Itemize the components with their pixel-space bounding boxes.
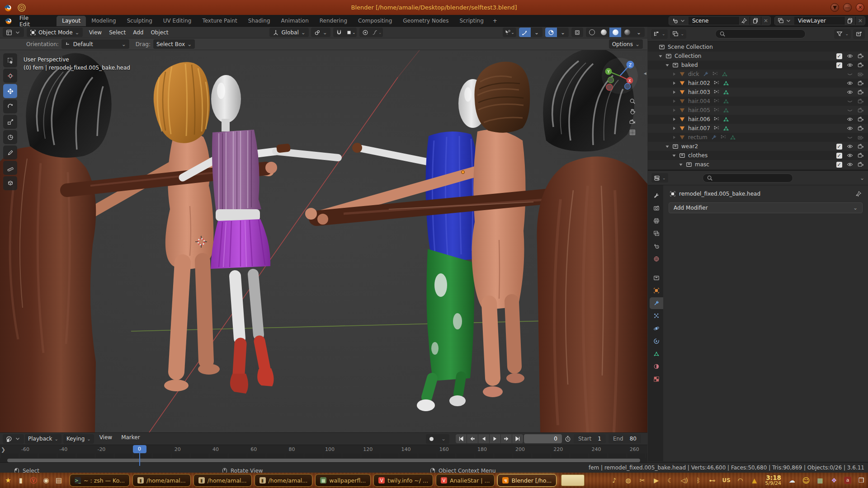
hide-viewport-toggle[interactable] [845, 98, 854, 104]
tool-measure[interactable] [3, 161, 17, 175]
properties-options-icon[interactable]: ⌄ [860, 175, 864, 181]
mode-dropdown[interactable]: Object Mode ⌄ [27, 28, 83, 37]
current-frame-field[interactable]: 0 [524, 434, 562, 443]
tray-keyboard-us-icon[interactable]: US [722, 477, 731, 483]
launcher-vivaldi-icon[interactable]: Ⓥ [28, 475, 39, 486]
properties-tab-view-layer[interactable] [650, 228, 663, 239]
tool-move[interactable] [3, 84, 17, 98]
timeline-editor-type-button[interactable] [3, 434, 24, 444]
transform-orientation-dropdown[interactable]: Global⌄ [269, 28, 308, 37]
object-visibility-dropdown[interactable]: ⌄ [503, 28, 516, 37]
collapse-icon[interactable] [671, 125, 677, 132]
taskbar-window-vivaldi[interactable]: Vtwily.info ~/ ... [373, 474, 433, 487]
collapse-icon[interactable] [671, 71, 677, 78]
shade-button[interactable]: ▼ [830, 3, 839, 12]
expand-icon[interactable] [657, 53, 664, 60]
collapse-icon[interactable] [671, 116, 677, 123]
outliner-row[interactable]: hair.004 [648, 97, 868, 106]
outliner-row[interactable]: masc✓ [648, 160, 868, 169]
hide-viewport-toggle[interactable] [845, 134, 854, 141]
collapse-icon[interactable] [671, 98, 677, 105]
hide-viewport-toggle[interactable] [845, 161, 854, 168]
tool-add-cube[interactable] [3, 176, 17, 190]
collection-checkbox[interactable]: ✓ [835, 153, 844, 159]
tray-scissors-icon[interactable]: ✂ [638, 477, 646, 484]
ortho-grid-icon[interactable] [629, 129, 636, 136]
tab-animation[interactable]: Animation [276, 16, 314, 26]
disable-render-toggle[interactable] [856, 53, 865, 59]
properties-tab-output[interactable] [650, 215, 663, 227]
properties-tab-collection[interactable] [650, 272, 663, 284]
timeline-ruler[interactable]: -60-40-202040608010012014016018020022024… [0, 445, 647, 454]
properties-tab-tool[interactable] [650, 190, 663, 202]
new-view-layer-icon[interactable] [844, 17, 855, 25]
taskbar-window-terminal[interactable]: >_~ : zsh — Ko... [70, 474, 130, 487]
shading-wireframe-toggle[interactable] [586, 28, 598, 37]
properties-tab-texture[interactable] [650, 373, 663, 385]
outliner-row[interactable]: Scene Collection [648, 42, 868, 52]
disable-render-toggle[interactable] [856, 107, 865, 113]
properties-tab-material[interactable] [650, 361, 663, 372]
shading-solid-toggle[interactable] [598, 28, 609, 37]
expand-icon[interactable] [678, 161, 684, 168]
editor-type-button[interactable] [3, 28, 24, 37]
taskbar-window-vivaldi[interactable]: VAnalieStar | ... [436, 474, 495, 487]
tool-annotate[interactable] [3, 145, 17, 160]
tray-headset-icon[interactable]: ◍ [624, 477, 632, 484]
timeline-track[interactable] [0, 454, 647, 458]
properties-tab-modifiers[interactable] [650, 297, 663, 309]
tray-calculator-icon[interactable]: ▦ [816, 477, 824, 484]
properties-tab-physics[interactable] [650, 323, 663, 334]
disable-render-toggle[interactable] [856, 71, 865, 77]
hide-viewport-toggle[interactable] [845, 152, 854, 159]
outliner-row[interactable]: wear2✓ [648, 142, 868, 151]
blender-menu-icon[interactable] [5, 17, 13, 25]
properties-search-input[interactable] [703, 174, 793, 183]
new-collection-button[interactable] [853, 29, 865, 39]
tab-modeling[interactable]: Modeling [86, 16, 122, 26]
tray-smiley-icon[interactable]: ☺ [802, 476, 810, 485]
next-keyframe-button[interactable] [501, 434, 512, 443]
launcher-media-icon[interactable]: ◉ [41, 475, 52, 486]
previous-keyframe-button[interactable] [467, 434, 478, 443]
scene-icon[interactable] [669, 17, 689, 25]
tray-bluetooth-icon[interactable]: ᛒ [694, 477, 703, 484]
auto-key-dropdown[interactable]: ⌄ [438, 434, 449, 444]
tray-night-icon[interactable]: ☾ [666, 477, 675, 484]
tab-compositing[interactable]: Compositing [353, 16, 397, 26]
close-button[interactable]: ✕ [856, 3, 864, 12]
scene-selector[interactable]: Scene ✕ [669, 16, 771, 25]
collapse-icon[interactable] [671, 134, 677, 141]
launcher-star-icon[interactable]: ★ [3, 475, 14, 486]
disable-render-toggle[interactable] [856, 152, 865, 159]
view-layer-name[interactable]: ViewLayer [794, 18, 844, 24]
hide-viewport-toggle[interactable] [845, 107, 854, 113]
shading-material-toggle[interactable] [609, 28, 621, 37]
hide-viewport-toggle[interactable] [845, 80, 854, 86]
desktop-pager[interactable] [561, 474, 585, 486]
hide-viewport-toggle[interactable] [845, 125, 854, 131]
play-button[interactable] [490, 434, 500, 443]
properties-editor-type-button[interactable]: ⌄ [651, 173, 668, 183]
tray-volume-icon[interactable]: ◁) [680, 477, 689, 484]
timeline-menu-view[interactable]: View [96, 434, 116, 444]
view-layer-selector[interactable]: ViewLayer ✕ [774, 16, 865, 25]
playhead[interactable]: 0 [133, 445, 146, 453]
collection-checkbox[interactable]: ✓ [835, 144, 844, 150]
properties-tab-scene[interactable] [650, 240, 663, 252]
disable-render-toggle[interactable] [856, 143, 865, 150]
tray-weather-icon[interactable]: ☁ [788, 477, 796, 484]
new-scene-icon[interactable] [750, 17, 761, 25]
menu-file[interactable]: File [15, 15, 45, 21]
tab-rendering[interactable]: Rendering [314, 16, 353, 26]
unlink-scene-icon[interactable]: ✕ [761, 17, 770, 25]
pivot-point-dropdown[interactable]: ⌄ [311, 28, 330, 37]
properties-tab-object[interactable] [650, 285, 663, 296]
tray-wifi-icon[interactable]: ◠ [736, 477, 745, 484]
disable-render-toggle[interactable] [856, 161, 865, 168]
frame-start-field[interactable]: Start 1 [574, 434, 606, 443]
collection-checkbox[interactable]: ✓ [835, 162, 844, 168]
properties-tab-world[interactable] [650, 253, 663, 265]
view-layer-icon[interactable] [775, 17, 794, 25]
outliner-search-input[interactable] [715, 29, 806, 38]
